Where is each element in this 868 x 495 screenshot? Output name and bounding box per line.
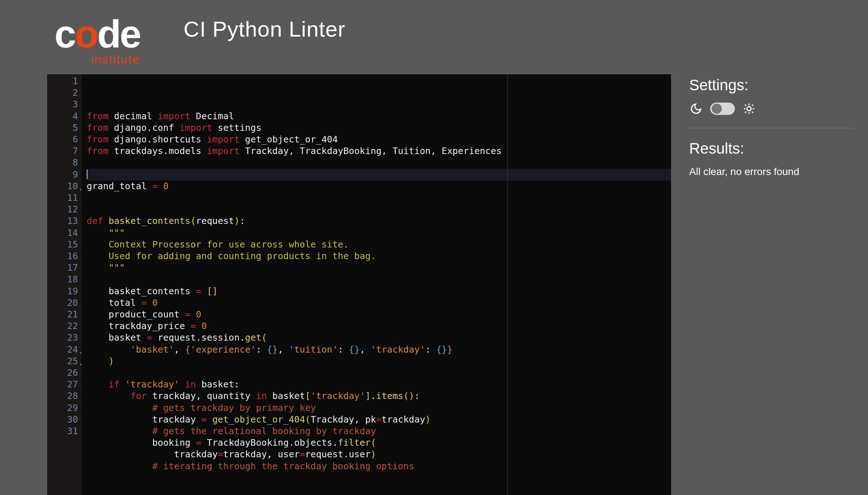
line-number: 23 (54, 332, 78, 344)
line-number: 5 (54, 122, 78, 134)
theme-toggle[interactable] (710, 103, 735, 115)
line-number: 4 (54, 111, 78, 122)
svg-line-6 (752, 112, 753, 113)
line-number: 2 (54, 87, 78, 99)
line-number: 22 (54, 320, 78, 332)
toggle-knob (712, 104, 722, 114)
logo-text-post: de (97, 12, 140, 56)
code-line[interactable]: from decimal import Decimal (87, 111, 671, 122)
logo-text-pre: c (54, 12, 75, 56)
text-cursor (87, 170, 87, 179)
moon-icon (690, 103, 702, 115)
code-line[interactable]: def basket_contents(request): (87, 215, 671, 227)
code-line[interactable] (87, 169, 671, 180)
line-number: 26 (54, 367, 78, 379)
code-line[interactable]: from django.shortcuts import get_object_… (87, 134, 671, 145)
code-line[interactable]: if 'trackday' in basket: (87, 379, 671, 390)
code-line[interactable] (87, 274, 671, 285)
line-number: 6 (54, 134, 78, 145)
line-number: 1 (54, 75, 78, 87)
code-line[interactable]: basket_contents = [] (87, 286, 671, 297)
results-heading: Results: (689, 140, 853, 157)
settings-heading: Settings: (689, 76, 853, 94)
sun-icon (743, 103, 755, 115)
line-number: 31 (54, 425, 78, 437)
code-line[interactable] (87, 367, 671, 379)
line-number: 17 (54, 262, 78, 274)
code-line[interactable]: from django.conf import settings (87, 122, 671, 134)
sidebar: Settings: (689, 74, 868, 495)
logo: code institute (54, 14, 140, 65)
code-editor[interactable]: 1234567891011121314151617181920212223242… (47, 74, 671, 495)
line-number: 20 (54, 297, 78, 309)
code-line[interactable]: product_count = 0 (87, 309, 671, 320)
code-line[interactable]: basket = request.session.get( (87, 332, 671, 344)
code-line[interactable] (87, 204, 671, 215)
line-gutter: 1234567891011121314151617181920212223242… (47, 74, 82, 495)
code-line[interactable]: trackday = get_object_or_404(Trackday, p… (87, 414, 671, 425)
line-number: 24 (54, 344, 78, 355)
code-line[interactable] (87, 157, 671, 169)
code-line[interactable]: trackday_price = 0 (87, 320, 671, 332)
code-line[interactable]: 'basket', {'experience': {}, 'tuition': … (87, 344, 671, 355)
line-number: 25 (54, 355, 78, 367)
divider (689, 128, 853, 128)
svg-line-8 (752, 105, 753, 106)
code-line[interactable]: # gets trackday by primary key (87, 402, 671, 414)
code-line[interactable]: # iterating through the trackday booking… (87, 461, 671, 472)
code-line[interactable]: """ (87, 262, 671, 274)
code-line[interactable]: Context Processor for use across whole s… (87, 239, 671, 250)
code-line[interactable]: grand_total = 0 (87, 180, 671, 192)
code-line[interactable]: Used for adding and counting products in… (87, 250, 671, 262)
svg-line-7 (745, 112, 746, 113)
line-number: 18 (54, 274, 78, 285)
code-line[interactable]: """ (87, 227, 671, 239)
line-number: 15 (54, 239, 78, 250)
line-number: 30 (54, 414, 78, 425)
line-number: 21 (54, 309, 78, 320)
code-line[interactable]: from trackdays.models import Trackday, T… (87, 145, 671, 157)
line-number: 8 (54, 157, 78, 169)
code-line[interactable]: # gets the relational booking by trackda… (87, 425, 671, 437)
code-line[interactable] (87, 192, 671, 204)
line-number: 14 (54, 227, 78, 239)
header: code institute CI Python Linter (0, 0, 868, 74)
line-number: 10 (54, 180, 78, 192)
line-number: 9 (54, 169, 78, 180)
code-line[interactable]: ) (87, 355, 671, 367)
line-number: 19 (54, 286, 78, 297)
line-number: 16 (54, 250, 78, 262)
line-number: 3 (54, 99, 78, 110)
results-text: All clear, no errors found (689, 166, 853, 178)
code-area[interactable]: from decimal import Decimalfrom django.c… (82, 74, 671, 495)
code-line[interactable]: total = 0 (87, 297, 671, 309)
logo-subtitle: institute (91, 53, 140, 65)
line-number: 13 (54, 215, 78, 227)
code-line[interactable]: trackday=trackday, user=request.user) (87, 449, 671, 460)
logo-text-o: o (75, 12, 97, 56)
page-title: CI Python Linter (184, 17, 345, 42)
code-line[interactable]: booking = TrackdayBooking.objects.filter… (87, 437, 671, 449)
line-number: 28 (54, 390, 78, 402)
code-line[interactable]: for trackday, quantity in basket['trackd… (87, 390, 671, 402)
svg-line-5 (745, 105, 746, 106)
line-number: 12 (54, 204, 78, 215)
line-number: 7 (54, 145, 78, 157)
line-number: 11 (54, 192, 78, 204)
line-number: 29 (54, 402, 78, 414)
svg-point-0 (747, 107, 751, 111)
line-number: 27 (54, 379, 78, 390)
